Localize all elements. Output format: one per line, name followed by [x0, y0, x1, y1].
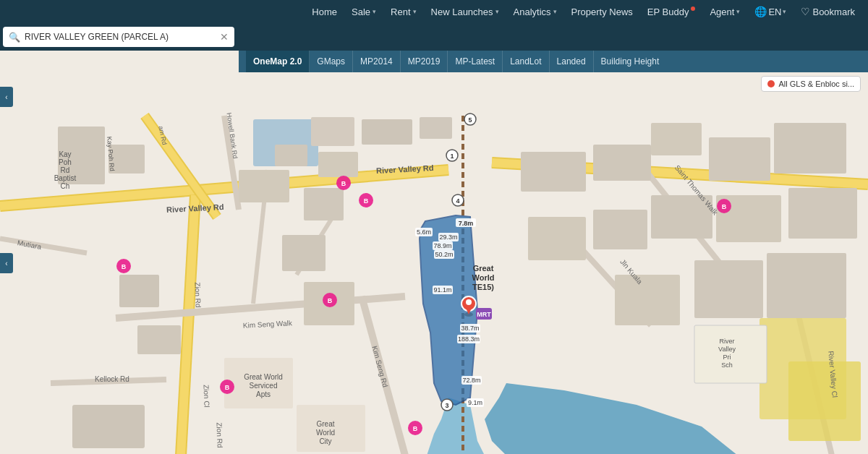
svg-text:B: B	[225, 384, 230, 391]
clear-search-icon[interactable]: ✕	[220, 31, 229, 43]
map-tool-landed[interactable]: Landed	[550, 51, 594, 72]
svg-text:5.6m: 5.6m	[417, 228, 431, 236]
nav-sale[interactable]: Sale ▾	[346, 0, 382, 23]
svg-text:78.9m: 78.9m	[433, 242, 451, 249]
svg-text:Rd: Rd	[61, 166, 70, 174]
panel-toggle-btn-2[interactable]: ‹	[0, 253, 13, 273]
svg-text:River: River	[719, 338, 734, 345]
map-tool-mp-latest[interactable]: MP-Latest	[448, 51, 503, 72]
nav-bookmark[interactable]: ♡ Bookmark	[795, 0, 861, 23]
svg-text:3: 3	[445, 402, 448, 409]
svg-text:91.1m: 91.1m	[433, 286, 451, 294]
gls-button[interactable]: All GLS & Enbloc si...	[761, 76, 861, 92]
chevron-down-icon: ▾	[495, 8, 499, 15]
map-tool-mp2019[interactable]: MP2019	[401, 51, 448, 72]
nav-rent[interactable]: Rent ▾	[385, 0, 422, 23]
svg-rect-31	[119, 275, 159, 307]
map-container: 4 3 6 2 5 1 MRT B B B B B B B	[0, 51, 868, 454]
svg-rect-50	[767, 253, 846, 318]
svg-text:B: B	[364, 197, 369, 205]
nav-analytics[interactable]: Analytics ▾	[508, 0, 563, 23]
svg-text:Poh: Poh	[59, 158, 72, 166]
top-navigation: Home Sale ▾ Rent ▾ New Launches ▾ Analyt…	[0, 0, 868, 23]
svg-rect-38	[521, 152, 586, 192]
svg-rect-41	[709, 137, 770, 181]
svg-text:Serviced: Serviced	[250, 382, 278, 390]
svg-text:4: 4	[456, 197, 459, 205]
svg-text:Valley: Valley	[718, 346, 736, 353]
svg-rect-27	[275, 145, 307, 166]
svg-text:Great: Great	[473, 264, 494, 273]
left-panel-toggle: ‹ ‹	[0, 87, 13, 273]
svg-text:World: World	[472, 273, 495, 282]
map-tool-landlot[interactable]: LandLot	[503, 51, 549, 72]
svg-rect-32	[137, 325, 181, 354]
panel-toggle-btn-1[interactable]: ‹	[0, 87, 13, 107]
svg-text:50.2m: 50.2m	[435, 251, 453, 258]
svg-text:B: B	[341, 180, 346, 187]
gls-dot	[767, 80, 775, 87]
map-tool-onemap[interactable]: OneMap 2.0	[246, 51, 310, 72]
svg-rect-35	[304, 188, 344, 220]
map-tools-row: OneMap 2.0 GMaps MP2014 MP2019 MP-Latest…	[239, 51, 868, 72]
svg-text:Baptist: Baptist	[54, 174, 77, 182]
svg-rect-49	[694, 260, 763, 318]
svg-rect-36	[282, 235, 326, 271]
svg-text:Kay: Kay	[59, 150, 71, 158]
nav-property-news[interactable]: Property News	[566, 0, 639, 23]
svg-text:Pri: Pri	[723, 354, 731, 361]
search-container[interactable]: 🔍 ✕	[3, 27, 234, 47]
svg-rect-28	[318, 152, 358, 177]
svg-text:City: City	[319, 437, 331, 445]
svg-text:9.1m: 9.1m	[468, 399, 482, 406]
svg-rect-43	[528, 217, 586, 260]
svg-rect-33	[72, 405, 145, 448]
svg-text:Ch: Ch	[61, 182, 70, 190]
svg-text:Apts: Apts	[256, 390, 271, 398]
svg-text:Kellock Rd: Kellock Rd	[95, 375, 129, 383]
svg-text:72.8m: 72.8m	[462, 377, 480, 384]
chevron-down-icon: ▾	[373, 8, 376, 15]
svg-rect-40	[651, 123, 702, 155]
map-tool-gmaps[interactable]: GMaps	[310, 51, 353, 72]
svg-text:MRT: MRT	[477, 311, 491, 318]
nav-new-launches[interactable]: New Launches ▾	[425, 0, 505, 23]
map-tool-building-height[interactable]: Building Height	[594, 51, 667, 72]
svg-text:5: 5	[468, 116, 472, 124]
svg-rect-26	[420, 117, 452, 139]
svg-rect-42	[774, 123, 846, 174]
search-input[interactable]	[25, 32, 205, 42]
svg-text:Great World: Great World	[244, 373, 283, 381]
chevron-down-icon: ▾	[553, 8, 557, 15]
svg-rect-44	[593, 210, 647, 249]
svg-rect-47	[788, 188, 857, 239]
svg-text:B: B	[722, 203, 727, 210]
nav-home[interactable]: Home	[306, 0, 343, 23]
nav-language[interactable]: 🌐 EN ▾	[749, 0, 792, 23]
svg-rect-34	[239, 170, 289, 202]
search-icon: 🔍	[9, 32, 20, 43]
svg-text:B: B	[328, 297, 333, 304]
nav-agent[interactable]: Agent ▾	[704, 0, 746, 23]
svg-rect-48	[615, 275, 680, 325]
search-bar-row: 🔍 ✕	[0, 23, 868, 51]
chevron-down-icon: ▾	[783, 8, 786, 15]
svg-text:B: B	[122, 263, 127, 270]
svg-text:29.3m: 29.3m	[439, 234, 457, 241]
map-svg: 4 3 6 2 5 1 MRT B B B B B B B	[0, 51, 868, 454]
svg-text:TE15): TE15)	[472, 283, 494, 291]
svg-text:38.7m: 38.7m	[461, 325, 479, 332]
notification-dot	[691, 7, 695, 11]
svg-text:Great: Great	[316, 420, 334, 428]
svg-point-70	[466, 299, 472, 305]
svg-text:Zion Cl: Zion Cl	[202, 385, 210, 408]
nav-ep-buddy[interactable]: EP Buddy	[642, 0, 702, 23]
map-tool-mp2014[interactable]: MP2014	[353, 51, 401, 72]
heart-icon: ♡	[801, 6, 810, 17]
svg-text:B: B	[413, 425, 418, 432]
chevron-down-icon: ▾	[736, 8, 740, 15]
svg-text:Zion Rd: Zion Rd	[193, 282, 202, 307]
svg-text:1: 1	[450, 153, 454, 160]
svg-text:188.3m: 188.3m	[458, 335, 480, 343]
svg-rect-25	[362, 119, 412, 145]
